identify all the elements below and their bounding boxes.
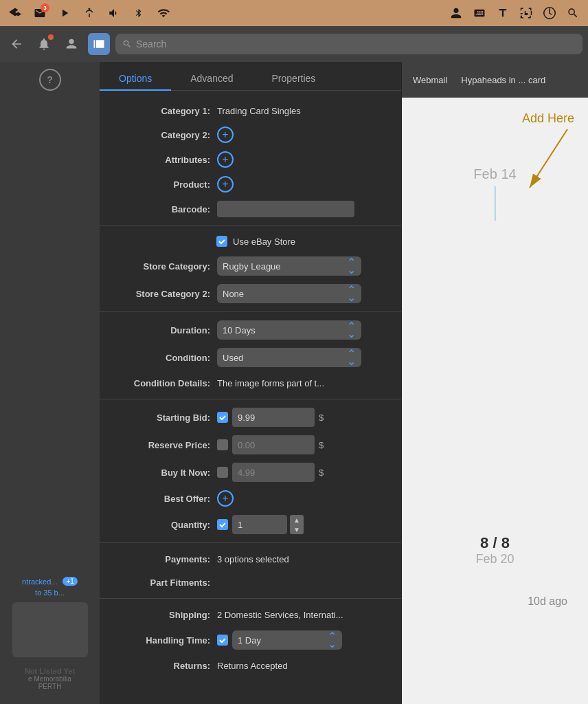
use-ebay-store-checkbox[interactable]: [216, 236, 227, 247]
best-offer-row: Best Offer: +: [100, 486, 401, 511]
shipping-row: Shipping: 2 Domestic Services, Internati…: [100, 603, 401, 626]
condition-details-value: The image forms part of t...: [217, 378, 324, 388]
duration-value: 10 Days: [223, 325, 256, 336]
attributes-add-btn[interactable]: +: [217, 151, 234, 168]
add-here-annotation: Add Here: [519, 111, 574, 195]
handling-time-row: Handling Time: 1 Day ⌃⌄: [100, 626, 401, 654]
buy-it-now-currency: $: [319, 468, 324, 478]
store-category2-select[interactable]: None ⌃⌄: [217, 284, 361, 303]
menu-bar: 3: [0, 0, 588, 26]
volume-icon[interactable]: [107, 6, 121, 20]
starting-bid-input[interactable]: [232, 408, 315, 427]
tab-options[interactable]: Options: [100, 67, 171, 91]
svg-point-1: [69, 39, 74, 44]
duration-arrow: ⌃⌄: [347, 322, 356, 338]
buy-it-now-label: Buy It Now:: [111, 468, 217, 478]
buy-it-now-checkbox[interactable]: [217, 467, 228, 478]
listing-status: Not Listed Yet: [11, 667, 89, 675]
mail-icon[interactable]: 3: [33, 6, 47, 20]
time-icon[interactable]: [543, 6, 556, 20]
handling-time-checkbox[interactable]: [217, 635, 228, 646]
returns-value: Returns Accepted: [217, 661, 288, 671]
wifi-icon[interactable]: [157, 6, 170, 20]
starting-bid-currency: $: [319, 412, 324, 423]
sidebar-btn[interactable]: [88, 33, 110, 55]
tab-properties[interactable]: Properties: [253, 67, 335, 91]
condition-arrow: ⌃⌄: [347, 350, 356, 365]
date-feb20: Feb 20: [475, 552, 514, 566]
store-category-row: Store Category: Rugby League ⌃⌄: [100, 252, 401, 280]
duration-row: Duration: 10 Days ⌃⌄: [100, 316, 401, 344]
text-icon[interactable]: [496, 6, 510, 20]
user-icon[interactable]: [449, 6, 463, 20]
product-add-btn[interactable]: +: [217, 176, 234, 192]
returns-label: Returns:: [111, 661, 217, 671]
profile-btn[interactable]: [60, 33, 82, 55]
notifications-btn[interactable]: [33, 33, 55, 55]
barcode-row: Barcode:: [100, 197, 401, 221]
divider1: [100, 226, 401, 226]
bluetooth-icon[interactable]: [132, 6, 146, 20]
buy-it-now-input[interactable]: [232, 463, 315, 482]
handling-time-label: Handling Time:: [111, 635, 217, 646]
category2-add-btn[interactable]: +: [217, 126, 234, 143]
accessibility-icon[interactable]: [82, 6, 96, 20]
duration-select[interactable]: 10 Days ⌃⌄: [217, 320, 361, 340]
divider5: [100, 598, 401, 599]
quantity-label: Quantity:: [111, 520, 217, 530]
quantity-decrement[interactable]: ▼: [290, 525, 304, 534]
webmail-link[interactable]: Webmail: [413, 75, 447, 85]
use-ebay-store-row: Use eBay Store: [100, 230, 401, 252]
category2-row: Category 2: +: [100, 122, 401, 147]
category1-value: Trading Card Singles: [217, 106, 301, 116]
store-category-label: Store Category:: [111, 261, 217, 272]
listing-subtitle: e Memorabilia: [11, 675, 89, 683]
panel: Options Advanced Properties Category 1: …: [100, 62, 402, 704]
best-offer-add-btn[interactable]: +: [217, 490, 234, 507]
spotlight-search-icon[interactable]: [566, 6, 580, 20]
payments-label: Payments:: [111, 554, 217, 564]
starting-bid-checkbox[interactable]: [217, 412, 228, 423]
part-fitments-label: Part Fitments:: [111, 578, 217, 588]
tab-advanced[interactable]: Advanced: [171, 67, 252, 91]
keyboard-icon[interactable]: [473, 6, 486, 20]
right-area: Webmail Hypaheads in ... card Add Here: [402, 62, 588, 704]
search-input[interactable]: [136, 38, 576, 50]
quantity-increment[interactable]: ▲: [290, 515, 304, 525]
condition-row: Condition: Used ⌃⌄: [100, 344, 401, 371]
store-category-select[interactable]: Rugby League ⌃⌄: [217, 256, 361, 276]
divider4: [100, 542, 401, 543]
reserve-price-currency: $: [319, 440, 324, 450]
quantity-row: Quantity: ▲ ▼: [100, 511, 401, 538]
tab-bar: Options Advanced Properties: [100, 62, 401, 91]
barcode-scanner-icon[interactable]: [519, 6, 533, 20]
svg-line-3: [530, 129, 567, 188]
reserve-price-label: Reserve Price:: [111, 440, 217, 450]
listing-location: PERTH: [11, 683, 89, 690]
help-button[interactable]: ?: [39, 69, 61, 91]
quantity-input[interactable]: [232, 515, 287, 534]
search-bar[interactable]: [115, 34, 583, 54]
condition-details-row: Condition Details: The image forms part …: [100, 371, 401, 395]
payments-value: 3 options selected: [217, 554, 289, 564]
ago-label: 10d ago: [528, 595, 567, 608]
condition-select[interactable]: Used ⌃⌄: [217, 348, 361, 367]
quantity-stepper[interactable]: ▲ ▼: [290, 515, 304, 534]
back-forward-btn[interactable]: [5, 33, 27, 55]
item-thumbnail: [12, 602, 88, 657]
barcode-input[interactable]: [217, 201, 354, 217]
hypaheads-link[interactable]: Hypaheads in ... card: [461, 75, 545, 85]
handling-time-select[interactable]: 1 Day ⌃⌄: [232, 630, 342, 650]
store-category2-arrow: ⌃⌄: [347, 286, 356, 301]
mail-badge: 3: [41, 3, 49, 12]
media-icon[interactable]: [58, 6, 71, 20]
attributes-label: Attributes:: [111, 155, 217, 165]
quantity-checkbox[interactable]: [217, 519, 228, 530]
reserve-price-checkbox[interactable]: [217, 439, 228, 450]
divider2: [100, 311, 401, 312]
handling-time-arrow: ⌃⌄: [328, 632, 337, 648]
reserve-price-input[interactable]: [232, 435, 315, 454]
product-label: Product:: [111, 179, 217, 190]
fraction-value: 8 / 8: [475, 534, 514, 552]
dropbox-icon[interactable]: [8, 6, 22, 20]
